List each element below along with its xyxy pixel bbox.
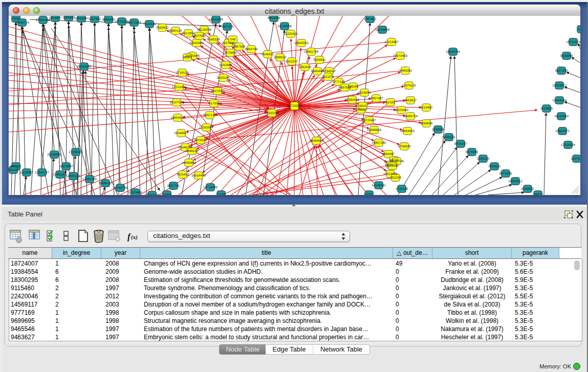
svg-text:10653287: 10653287 <box>74 17 89 20</box>
svg-text:12213369: 12213369 <box>172 85 187 89</box>
svg-text:9527505: 9527505 <box>193 34 206 38</box>
svg-text:5938923: 5938923 <box>443 136 455 139</box>
svg-text:12213967: 12213967 <box>384 40 399 44</box>
svg-text:(x): (x) <box>131 234 138 240</box>
svg-text:9322037: 9322037 <box>286 60 298 63</box>
svg-text:6479197: 6479197 <box>454 142 467 146</box>
svg-text:10025433: 10025433 <box>394 108 409 112</box>
svg-text:8186328: 8186328 <box>207 38 220 41</box>
svg-text:20397: 20397 <box>364 193 374 195</box>
svg-text:16210643: 16210643 <box>554 115 569 118</box>
svg-text:985001: 985001 <box>10 165 21 168</box>
svg-text:7485063: 7485063 <box>399 69 412 73</box>
svg-text:14099489: 14099489 <box>182 161 197 165</box>
svg-text:82450: 82450 <box>162 193 171 195</box>
svg-text:6466160: 6466160 <box>102 18 115 21</box>
svg-text:1624554: 1624554 <box>358 91 371 95</box>
svg-text:8990448: 8990448 <box>311 70 324 73</box>
svg-text:9329966: 9329966 <box>560 54 573 58</box>
svg-text:9242848: 9242848 <box>220 63 232 67</box>
svg-text:28053346: 28053346 <box>77 65 92 69</box>
svg-text:10688609: 10688609 <box>367 128 382 132</box>
svg-text:12975115: 12975115 <box>402 84 416 87</box>
svg-text:19524851: 19524851 <box>383 172 398 176</box>
svg-text:9756928: 9756928 <box>398 145 411 148</box>
svg-text:1113: 1113 <box>578 28 580 31</box>
svg-text:8471676: 8471676 <box>499 172 512 176</box>
svg-text:16033809: 16033809 <box>209 18 224 21</box>
svg-text:391141: 391141 <box>9 168 19 172</box>
svg-text:7625402: 7625402 <box>177 173 189 177</box>
svg-text:9327508: 9327508 <box>222 41 235 45</box>
svg-text:2305: 2305 <box>12 17 20 20</box>
svg-text:1167534: 1167534 <box>571 157 580 161</box>
svg-text:19654923: 19654923 <box>170 116 185 120</box>
svg-text:10923446: 10923446 <box>145 193 160 195</box>
svg-text:1588520: 1588520 <box>274 56 287 59</box>
svg-text:9915: 9915 <box>359 104 367 108</box>
svg-text:417006: 417006 <box>208 102 220 105</box>
svg-text:9699695: 9699695 <box>420 122 433 125</box>
svg-text:8454749: 8454749 <box>245 48 258 51</box>
svg-text:2087682: 2087682 <box>364 17 377 21</box>
svg-text:19975887: 19975887 <box>59 165 74 168</box>
svg-text:9146821: 9146821 <box>262 53 274 56</box>
svg-text:252254: 252254 <box>390 176 401 180</box>
svg-text:2935114: 2935114 <box>477 157 490 161</box>
svg-text:9245652: 9245652 <box>521 187 534 191</box>
svg-text:17957225: 17957225 <box>82 178 97 181</box>
svg-text:9453: 9453 <box>534 193 542 195</box>
svg-text:18300295: 18300295 <box>265 112 279 115</box>
svg-text:1362615: 1362615 <box>299 65 312 69</box>
svg-text:16046798: 16046798 <box>178 146 193 149</box>
svg-text:19166827: 19166827 <box>174 132 189 135</box>
svg-text:8813054: 8813054 <box>268 16 280 20</box>
svg-text:14136141: 14136141 <box>372 184 386 187</box>
svg-text:98961: 98961 <box>183 56 192 59</box>
svg-text:11451141: 11451141 <box>53 173 67 177</box>
svg-text:1733426: 1733426 <box>396 187 408 191</box>
svg-text:746266: 746266 <box>347 85 359 89</box>
svg-text:17016504: 17016504 <box>561 143 576 147</box>
svg-text:15751074: 15751074 <box>566 40 580 44</box>
svg-text:11923446: 11923446 <box>128 191 142 194</box>
svg-text:18654923: 18654923 <box>400 129 415 133</box>
svg-text:9474444: 9474444 <box>466 150 478 154</box>
svg-text:20206556: 20206556 <box>47 153 62 157</box>
svg-text:15226058: 15226058 <box>197 28 212 32</box>
svg-text:12342737: 12342737 <box>35 171 50 174</box>
svg-text:11156827: 11156827 <box>19 171 34 174</box>
svg-text:19384554: 19384554 <box>309 139 324 143</box>
svg-text:16671355: 16671355 <box>127 21 142 25</box>
svg-text:546: 546 <box>230 38 236 41</box>
svg-text:7632621: 7632621 <box>488 165 501 168</box>
svg-text:7357224: 7357224 <box>221 25 234 29</box>
svg-text:12444154: 12444154 <box>552 99 567 102</box>
svg-text:10107533: 10107533 <box>169 101 184 104</box>
svg-text:7955812: 7955812 <box>313 58 326 62</box>
svg-text:8878332: 8878332 <box>194 139 207 142</box>
svg-text:3215955: 3215955 <box>540 107 553 111</box>
svg-text:1115132: 1115132 <box>386 164 399 168</box>
svg-text:9463627: 9463627 <box>404 99 417 102</box>
svg-text:2718126: 2718126 <box>176 71 189 75</box>
svg-text:20364456: 20364456 <box>345 98 360 102</box>
svg-text:7515526: 7515526 <box>143 23 156 26</box>
svg-text:1527602: 1527602 <box>89 17 101 21</box>
svg-text:9777169: 9777169 <box>333 80 345 84</box>
svg-text:1914907: 1914907 <box>49 16 62 20</box>
svg-text:62160: 62160 <box>386 101 395 104</box>
svg-text:2603144: 2603144 <box>217 76 230 80</box>
svg-text:7986322: 7986322 <box>355 108 367 112</box>
svg-text:12093872: 12093872 <box>552 84 567 87</box>
svg-text:10807487: 10807487 <box>369 97 384 100</box>
svg-text:9857791: 9857791 <box>167 184 180 188</box>
svg-text:3498222: 3498222 <box>186 149 199 153</box>
svg-text:11325419: 11325419 <box>284 32 298 36</box>
svg-text:16543362: 16543362 <box>189 41 204 45</box>
svg-text:10958117: 10958117 <box>98 182 113 185</box>
svg-text:8427552: 8427552 <box>211 90 224 93</box>
svg-text:27691406: 27691406 <box>36 18 51 22</box>
svg-text:15640910: 15640910 <box>294 41 309 45</box>
svg-text:15720407: 15720407 <box>362 119 377 122</box>
